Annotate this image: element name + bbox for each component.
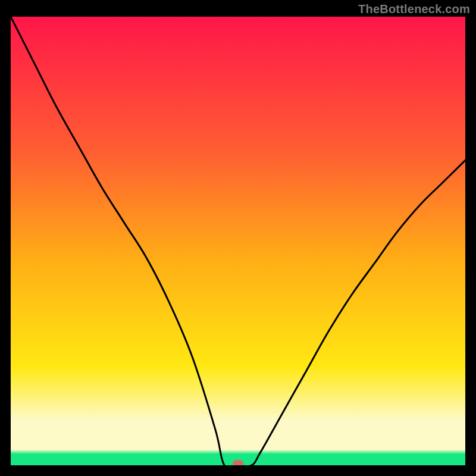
chart-background: [11, 17, 465, 465]
bottleneck-chart: [11, 17, 465, 465]
optimal-marker: [233, 460, 243, 465]
watermark-text: TheBottleneck.com: [358, 2, 470, 16]
chart-frame: TheBottleneck.com: [0, 0, 476, 476]
chart-svg: [11, 17, 465, 465]
